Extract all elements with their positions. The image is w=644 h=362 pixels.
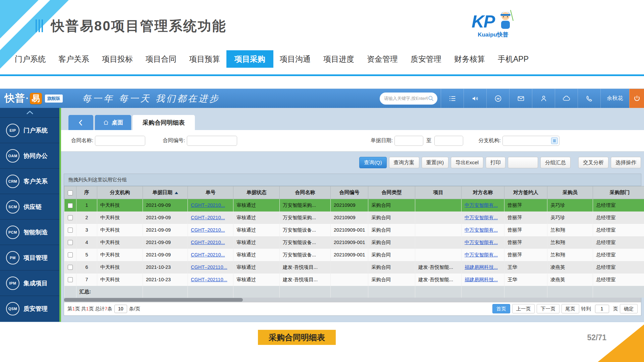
group-by-hint[interactable]: 拖拽列头到这里以用它分组 [64,174,641,186]
tab-desktop[interactable]: 桌面 [95,115,131,130]
doc-no-link[interactable]: CGHT–202110... [191,264,227,270]
table-row[interactable]: 3中天科技2021-09-09CGHT–20210...审核通过万安智能设备..… [64,224,644,236]
select-all-checkbox[interactable] [68,190,73,195]
top-nav-tab[interactable]: 项目投标 [96,50,139,68]
list-button[interactable] [441,89,464,108]
row-checkbox[interactable] [68,228,73,233]
logout-button[interactable] [629,89,644,108]
party-name-link[interactable]: 福建易网科技... [465,264,498,270]
sidebar-item-scm[interactable]: SCM供应链 [0,194,59,219]
doc-no-link[interactable]: CGHT–202110... [191,277,227,282]
row-checkbox[interactable] [68,265,73,270]
tab-purchase-contract-detail[interactable]: 采购合同明细表 [132,115,195,130]
toolbar-button-blank[interactable] [508,157,538,168]
party-name-link[interactable]: 中万安智能有... [465,252,498,257]
column-header[interactable]: 合同名称 [280,186,331,199]
page-nav-button[interactable]: 首页 [492,304,510,313]
horizontal-scrollbar[interactable] [64,298,641,302]
party-name-link[interactable]: 中万安智能有... [465,227,498,233]
toolbar-button[interactable]: 交叉分析 [578,157,608,168]
date-to-input[interactable] [434,136,463,146]
mail-button[interactable] [509,89,532,108]
sidebar-item-eip[interactable]: EIP门户系统 [0,117,59,143]
column-header[interactable]: 采购员 [547,186,593,199]
top-nav-tab[interactable]: 质安管理 [404,50,448,68]
contract-name-input[interactable] [95,136,145,146]
toolbar-button[interactable]: 重置(R) [422,157,449,168]
table-row[interactable]: 2中天科技2021-09-09CGHT–20210...审核通过万安智能采购..… [64,212,644,224]
column-header[interactable]: 采购部门 [593,186,644,199]
sidebar-item-crm[interactable]: CRM客户关系 [0,168,59,194]
column-header[interactable]: 单据日期 [143,186,188,199]
column-header[interactable]: 项目 [415,186,462,199]
column-header[interactable]: 合同类型 [368,186,415,199]
page-size-input[interactable] [114,305,127,313]
date-from-input[interactable] [394,136,423,146]
top-nav-tab[interactable]: 项目采购 [226,50,273,68]
user-name[interactable]: 余秋花 [600,89,629,108]
top-nav-tab[interactable]: 财务核算 [448,50,491,68]
top-nav-tab[interactable]: 资金管理 [361,50,404,68]
doc-no-link[interactable]: CGHT–20210... [191,227,225,233]
column-header[interactable]: 分支机构 [97,186,143,199]
back-button[interactable] [68,115,93,130]
toolbar-button[interactable]: 打印 [486,157,505,168]
column-header[interactable]: 合同编号 [331,186,368,199]
sidebar-item-oam[interactable]: OAM协同办公 [0,143,59,168]
column-header[interactable]: 序 [76,186,97,199]
user-button[interactable] [532,89,555,108]
top-nav-tab[interactable]: 手机APP [491,50,535,68]
scrollbar-thumb[interactable] [64,298,243,302]
table-row[interactable]: 7中天科技2021-10-23CGHT–202110...审核通过建发·吾悦项目… [64,274,644,286]
branch-picker-button[interactable] [551,137,558,144]
top-nav-tab[interactable]: 客户关系 [52,50,96,68]
top-nav-tab[interactable]: 门户系统 [8,50,52,68]
row-checkbox[interactable] [68,252,73,257]
top-nav-tab[interactable]: 项目沟通 [273,50,317,68]
table-row[interactable]: 5中天科技2021-09-09CGHT–20210...审核通过万安智能设备..… [64,249,644,261]
toolbar-button[interactable]: 查询方案 [389,157,419,168]
doc-no-link[interactable]: CGHT–20210... [191,240,225,245]
doc-no-link[interactable]: CGHT–20210... [191,215,225,220]
sidebar-item-qsm[interactable]: QSM质安管理 [0,296,59,321]
cloud-button[interactable] [555,89,578,108]
search-input[interactable] [384,96,428,101]
page-nav-button[interactable]: 尾页 [561,304,579,313]
top-nav-tab[interactable]: 项目进度 [317,50,361,68]
search-icon[interactable] [428,95,434,102]
party-name-link[interactable]: 福建易网科技... [465,277,498,282]
page-nav-button[interactable]: 下一页 [537,304,559,313]
party-name-link[interactable]: 中万安智能有... [465,215,498,220]
sidebar-collapse-button[interactable] [0,108,59,117]
toolbar-button[interactable]: 查询(Q) [359,157,386,168]
doc-no-link[interactable]: CGHT–20210... [191,252,225,257]
toolbar-button[interactable]: 分组汇总 [540,157,571,168]
party-name-link[interactable]: 中万安智能有... [465,240,498,245]
im-button[interactable]: IM [486,89,509,108]
table-row[interactable]: 4中天科技2021-09-09CGHT–20210...审核通过万安智能设备..… [64,236,644,249]
column-header[interactable]: 单据状态 [233,186,280,199]
contract-no-input[interactable] [187,136,237,146]
speaker-button[interactable] [464,89,486,108]
party-name-link[interactable]: 中万安智能有... [465,202,498,208]
sidebar-item-pm[interactable]: PM项目管理 [0,245,59,270]
doc-no-link[interactable]: CGHT–20210... [191,202,225,208]
row-checkbox[interactable] [68,215,73,220]
top-nav-tab[interactable]: 项目合同 [139,50,183,68]
table-row[interactable]: 1中天科技2021-09-09CGHT–20210...审核通过万安智能采购..… [64,199,644,212]
row-checkbox[interactable] [68,203,73,208]
column-header[interactable]: 对方签约人 [504,186,547,199]
row-checkbox[interactable] [68,240,73,245]
page-nav-button[interactable]: 上一页 [512,304,535,313]
row-checkbox[interactable] [68,277,73,282]
goto-page-input[interactable] [595,305,609,313]
top-nav-tab[interactable]: 项目预算 [183,50,226,68]
column-header[interactable]: 对方名称 [462,186,504,199]
toolbar-button[interactable]: 选择操作 [611,157,641,168]
sidebar-item-ipm[interactable]: IPM集成项目 [0,270,59,296]
goto-confirm-button[interactable]: 确定 [620,304,638,313]
phone-button[interactable] [578,89,600,108]
sidebar-item-pcm[interactable]: PCM智能制造 [0,219,59,245]
column-header[interactable]: 单号 [188,186,233,199]
toolbar-button[interactable]: 导出Excel [451,157,483,168]
